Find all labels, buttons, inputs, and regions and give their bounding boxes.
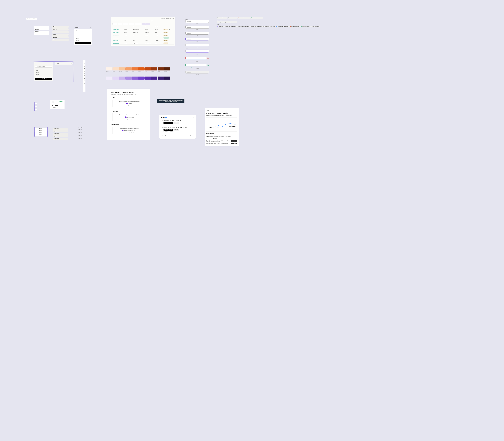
- table-header[interactable]: Condition(s): [155, 26, 163, 28]
- table-header[interactable]: Reason(s): [145, 26, 155, 28]
- brand-row[interactable]: Brand A: [52, 39, 68, 41]
- rma-link[interactable]: 74015715380701: [113, 40, 119, 41]
- brand-row[interactable]: Brand A: [52, 36, 68, 38]
- filter-reason[interactable]: Reason: [129, 23, 134, 25]
- sub-item[interactable]: Sub Item: [77, 132, 94, 133]
- nav-item[interactable]: Nav Item: [53, 127, 68, 130]
- new-brand-button[interactable]: +New Brand: [75, 42, 91, 44]
- close-icon[interactable]: ×: [193, 116, 194, 119]
- filter-product[interactable]: Product: [123, 23, 128, 25]
- sparkle-icon[interactable]: [84, 90, 85, 91]
- sub-item[interactable]: Sub Item: [35, 128, 47, 130]
- sub-item[interactable]: Sub Item: [77, 138, 94, 139]
- brand-row[interactable]: Brand A: [52, 26, 68, 28]
- code-icon[interactable]: [84, 78, 85, 79]
- brand-header[interactable]: Brand A: [74, 26, 92, 28]
- sort-icon[interactable]: [129, 26, 129, 27]
- dropdown-item[interactable]: Brand A: [75, 39, 91, 41]
- brand-item[interactable]: Brand A: [34, 33, 49, 35]
- rma-link[interactable]: 74015715380701: [113, 37, 119, 38]
- dropdown-item[interactable]: Brand A: [35, 73, 53, 75]
- brand-row[interactable]: Brand A: [52, 31, 68, 33]
- triangle-icon[interactable]: △: [236, 110, 237, 111]
- search-input[interactable]: Search organizations: [75, 30, 91, 32]
- close-button[interactable]: ×Close: [206, 110, 209, 111]
- image-icon[interactable]: [84, 73, 85, 74]
- chevron-down-icon[interactable]: [169, 34, 170, 35]
- dismiss-button[interactable]: Dismiss: [173, 122, 179, 124]
- brand-header-closed[interactable]: Brand A: [55, 62, 73, 64]
- sub-item[interactable]: Sub Item: [77, 136, 94, 138]
- rma-link[interactable]: 74015715380701: [113, 29, 119, 30]
- nav-item[interactable]: Nav Item: [53, 133, 68, 135]
- input-press[interactable]: [185, 32, 209, 34]
- dropdown-item[interactable]: Brand A: [75, 36, 91, 38]
- dropdown-item[interactable]: Brand A: [35, 70, 53, 72]
- rma-link[interactable]: 74015715380701: [113, 32, 119, 33]
- brand-item[interactable]: Brand A: [34, 26, 49, 28]
- table-header[interactable]: Status: [163, 26, 174, 28]
- nav-item-header[interactable]: Nav Item: [77, 127, 94, 129]
- learn-more-button[interactable]: Learn more: [231, 143, 237, 144]
- input-hover[interactable]: [185, 26, 209, 29]
- search-icon[interactable]: [84, 70, 85, 72]
- rma-link[interactable]: 74015715380701: [113, 35, 119, 36]
- table-header[interactable]: RMA#: [113, 26, 123, 28]
- dropdown-item[interactable]: Brand A: [75, 32, 91, 34]
- input-active[interactable]: [185, 38, 209, 40]
- mark-complete-button[interactable]: Mark as complete: [164, 129, 173, 131]
- sub-item[interactable]: Sub Item: [35, 130, 47, 132]
- clear-all-button[interactable]: Clear all: [161, 135, 167, 137]
- learn-more-button[interactable]: Learn more: [231, 140, 237, 142]
- nav-item[interactable]: Nav Item: [53, 135, 68, 137]
- input-success[interactable]: [185, 64, 207, 66]
- brand-item[interactable]: Brand A: [34, 28, 49, 30]
- chevron-down-icon[interactable]: [169, 29, 170, 30]
- target-icon[interactable]: [84, 68, 85, 69]
- input-focus[interactable]: [185, 50, 209, 52]
- image-thumb-icon[interactable]: [35, 103, 37, 104]
- filter-condition[interactable]: Condition: [135, 23, 141, 25]
- nav-item[interactable]: Nav Item: [53, 138, 68, 140]
- lightning-icon[interactable]: [84, 61, 85, 62]
- dropdown-item[interactable]: Brand A: [75, 38, 91, 39]
- nav-item[interactable]: Nav Item: [53, 130, 68, 132]
- image-thumb-icon[interactable]: [35, 109, 37, 110]
- image-thumb-icon[interactable]: [35, 106, 37, 108]
- brand-header-open[interactable]: Brand A: [35, 63, 53, 65]
- mark-complete-button[interactable]: Mark as complete: [164, 122, 173, 124]
- home-icon[interactable]: [84, 66, 85, 67]
- table-header[interactable]: Product(s): [133, 26, 145, 28]
- brand-item[interactable]: Brand A: [34, 31, 49, 33]
- sub-item[interactable]: Sub Item: [77, 135, 94, 136]
- brand-row[interactable]: Brand A: [52, 28, 68, 31]
- table-header[interactable]: Return Date: [123, 26, 133, 28]
- dropdown-item[interactable]: Brand A: [35, 75, 53, 77]
- dismiss-button[interactable]: Dismiss: [173, 129, 179, 131]
- filter-issue[interactable]: Issue: [113, 23, 117, 25]
- sub-item[interactable]: Sub Item: [35, 134, 47, 136]
- sub-item[interactable]: Sub Item: [77, 133, 94, 135]
- sub-item[interactable]: Sub Item: [77, 129, 94, 130]
- arrow-diag-icon[interactable]: [84, 63, 85, 64]
- brand-row[interactable]: Brand A: [52, 33, 68, 36]
- rma-link[interactable]: 74015715380701: [113, 43, 119, 44]
- add-task-button[interactable]: +Add task: [187, 135, 194, 137]
- close-icon[interactable]: ×: [149, 23, 149, 24]
- input-filled[interactable]: [185, 44, 209, 47]
- new-brand-button[interactable]: +New Brand: [35, 78, 52, 80]
- grid-icon[interactable]: [84, 82, 85, 84]
- link-icon[interactable]: [84, 75, 85, 77]
- sort-icon[interactable]: [116, 26, 116, 27]
- filter-date[interactable]: Date: [118, 23, 122, 25]
- dropdown-item[interactable]: Brand A: [35, 68, 53, 70]
- input-error[interactable]: [185, 57, 207, 59]
- search-input[interactable]: Search RMA #, order # or customer detail…: [151, 20, 174, 22]
- dropdown-item[interactable]: Brand A: [75, 34, 91, 36]
- lock-icon[interactable]: [84, 80, 85, 81]
- filter-status-active[interactable]: Status: Pending×: [142, 23, 150, 25]
- search-input[interactable]: Search organizations: [35, 65, 52, 68]
- sub-item[interactable]: Sub Item: [77, 130, 94, 132]
- sub-item[interactable]: Sub Item: [35, 132, 47, 134]
- dropdown-item[interactable]: Brand A: [35, 72, 53, 73]
